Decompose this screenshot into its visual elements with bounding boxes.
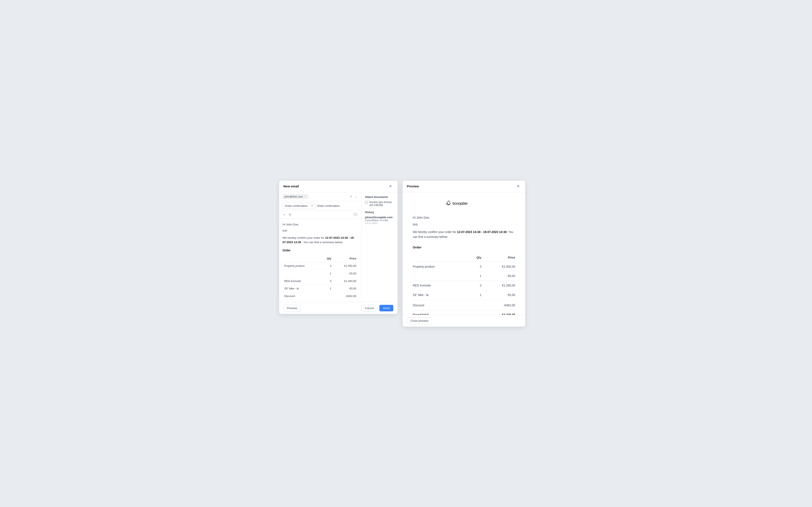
preview-col-price-header: Price — [481, 253, 515, 262]
preview-logo: booqable — [413, 199, 515, 209]
preview-table-row: RED Komodo 3 €1.260,00 — [413, 281, 515, 290]
table-row: Property product 3 €1.050,00 — [283, 262, 358, 270]
preview-row-name: RED Komodo — [413, 281, 469, 290]
preview-row-name: 29° bike - la — [413, 290, 469, 300]
send-button[interactable]: Send — [379, 305, 393, 312]
discount-value: -€462,00 — [333, 293, 358, 300]
to-tag-remove[interactable]: × — [304, 195, 306, 198]
preview-confirm-text: We hereby confirm your order for 12-07-2… — [413, 230, 515, 240]
row-qty: 1 — [320, 285, 333, 293]
row-price: €1.260,00 — [333, 277, 358, 285]
add-block-button[interactable]: + — [283, 213, 286, 217]
preview-row-price: €1.050,00 — [481, 262, 515, 272]
subject-input[interactable] — [317, 203, 358, 209]
preview-order-table: Qty Price Property product 3 €1.050,00 1… — [413, 253, 515, 315]
email-compose: john@doe.com × ✕ ⌄ Order confirmation — [279, 192, 362, 302]
close-preview-button[interactable]: Close preview — [407, 318, 432, 324]
preview-row-price: €0,00 — [481, 290, 515, 300]
preview-button[interactable]: Preview — [283, 305, 301, 312]
grand-total-label: Grand total — [283, 300, 320, 302]
col-price-header: Price — [333, 255, 358, 262]
preview-col-name-header — [413, 253, 469, 262]
row-name — [283, 270, 320, 277]
table-row: 1 €0,00 — [283, 270, 358, 277]
compose-confirm: We hereby confirm your order for 12-07-2… — [283, 235, 358, 245]
compose-order-title: Order — [283, 248, 358, 252]
new-email-modal-header: New email ✕ — [279, 181, 398, 192]
preview-row-price: €0,00 — [481, 272, 515, 281]
to-field-row: john@doe.com × ✕ ⌄ — [279, 192, 361, 201]
preview-title: Preview — [407, 184, 419, 188]
history-desc: Cancellation of order — [365, 219, 394, 222]
cancel-button[interactable]: Cancel — [361, 305, 377, 312]
new-email-modal: New email ✕ john@doe.com × ✕ ⌄ — [279, 181, 398, 314]
preview-confirm-dates: 12-07-2023 14:30 - 19-07-2023 14:30 — [457, 230, 507, 234]
attach-item: Invoice (pro forma)(€2.236,08) — [365, 201, 394, 207]
row-name: 29° bike - la — [283, 285, 320, 293]
preview-row-name — [413, 272, 469, 281]
preview-discount-label: Discount — [413, 300, 469, 310]
preview-content: Hi John Doe, test We hereby confirm your… — [413, 215, 515, 315]
row-price: €0,00 — [333, 285, 358, 293]
compose-order-table: Qty Price Property product 3 €1.050,00 1… — [283, 255, 358, 302]
history-section: History johan@booqable.com Cancellation … — [365, 211, 394, 224]
preview-test: test — [413, 222, 515, 227]
col-name-header — [283, 255, 320, 262]
confirm-pre: We hereby confirm your order for — [283, 236, 324, 239]
preview-body: booqable Hi John Doe, test We hereby con… — [403, 192, 525, 315]
preview-grand-total-row: Grand total €2.236,08 — [413, 310, 515, 315]
row-qty: 3 — [320, 277, 333, 285]
subject-template-select[interactable]: Order confirmation — [283, 203, 315, 209]
row-name: RED Komodo — [283, 277, 320, 285]
image-button[interactable] — [353, 213, 358, 217]
preview-col-qty-header: Qty — [469, 253, 481, 262]
preview-row-name: Property product — [413, 262, 469, 272]
row-qty: 3 — [320, 262, 333, 270]
booqable-logo: booqable — [445, 199, 483, 208]
compose-test: test — [283, 228, 358, 233]
svg-text:booqable: booqable — [453, 201, 467, 205]
new-email-footer: Preview Cancel Send — [279, 302, 398, 314]
preview-discount-row: Discount -€462,00 — [413, 300, 515, 310]
paragraph-button[interactable]: ¶ — [289, 213, 292, 217]
subject-row: Order confirmation — [279, 201, 361, 211]
compose-greeting: Hi John Doe, — [283, 222, 358, 227]
to-clear-button[interactable]: ✕ — [350, 194, 353, 199]
preview-modal-header: Preview ✕ — [403, 181, 525, 192]
preview-order-title: Order — [413, 245, 515, 250]
new-email-close-button[interactable]: ✕ — [388, 184, 393, 189]
table-header-row: Qty Price — [283, 255, 358, 262]
confirm-post: . You can find a summary below: — [302, 241, 343, 244]
to-expand-button[interactable]: ⌄ — [355, 194, 358, 199]
preview-row-qty: 3 — [469, 262, 481, 272]
svg-point-1 — [355, 214, 355, 214]
attach-section-title: Attach documents — [365, 195, 394, 199]
preview-order-section: Order Qty Price Property product 3 €1.05 — [413, 245, 515, 315]
table-row: 29° bike - la 1 €0,00 — [283, 285, 358, 293]
preview-row-qty: 3 — [469, 281, 481, 290]
preview-row-price: €1.260,00 — [481, 281, 515, 290]
row-price: €1.050,00 — [333, 262, 358, 270]
preview-footer: Close preview — [403, 315, 525, 327]
preview-close-button[interactable]: ✕ — [515, 184, 521, 189]
grand-total-row: Grand total €2.236,08 — [283, 300, 358, 302]
attach-checkbox[interactable] — [365, 201, 368, 204]
history-item: johan@booqable.com Cancellation of order… — [365, 216, 394, 224]
preview-table-row: 1 €0,00 — [413, 272, 515, 281]
preview-grand-total-label: Grand total — [413, 310, 469, 315]
preview-row-qty: 1 — [469, 290, 481, 300]
preview-greeting: Hi John Doe, — [413, 215, 515, 220]
col-qty-header: Qty — [320, 255, 333, 262]
row-name: Property product — [283, 262, 320, 270]
preview-row-qty: 1 — [469, 272, 481, 281]
preview-modal: Preview ✕ booqable Hi John Doe, test — [403, 181, 525, 327]
preview-table-header-row: Qty Price — [413, 253, 515, 262]
preview-table-row: 29° bike - la 1 €0,00 — [413, 290, 515, 300]
to-field-actions: ✕ ⌄ — [350, 194, 358, 199]
row-price: €0,00 — [333, 270, 358, 277]
grand-total-value: €2.236,08 — [333, 300, 358, 302]
footer-right: Cancel Send — [361, 305, 393, 312]
email-sidebar: Attach documents Invoice (pro forma)(€2.… — [362, 192, 398, 302]
to-tag: john@doe.com × — [283, 194, 308, 199]
new-email-body: john@doe.com × ✕ ⌄ Order confirmation — [279, 192, 398, 302]
